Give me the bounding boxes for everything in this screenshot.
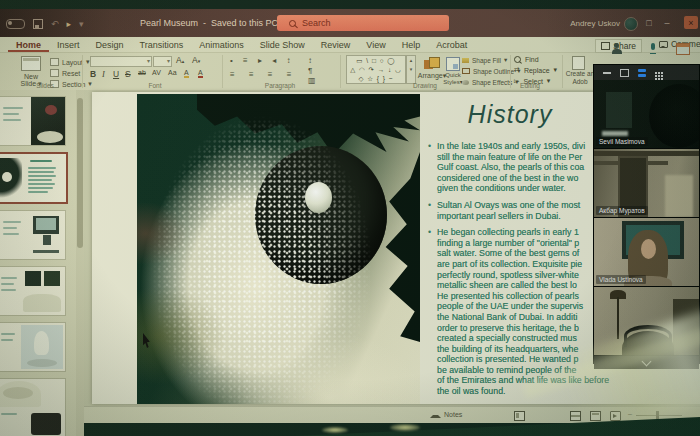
tab-acrobat[interactable]: Acrobat <box>428 37 475 52</box>
font-size-combo[interactable]: ▾ <box>153 56 172 67</box>
slide-thumbnail-5[interactable] <box>0 322 66 372</box>
text-line: Gulf coast. Also, the pearls of this coa <box>437 162 609 173</box>
participant-tile[interactable]: Sevil Masimova <box>594 80 699 149</box>
save-icon[interactable] <box>33 19 43 29</box>
bullet-item: In the late 1940s and early 1950s, divi … <box>437 141 609 194</box>
background-shape <box>606 92 632 128</box>
clear-formatting-button[interactable]: ab <box>138 69 146 76</box>
tab-animations[interactable]: Animations <box>191 37 252 52</box>
participant-tile[interactable]: Vlada Ustinova <box>594 218 699 287</box>
participant-name: Sevil Masimova <box>596 137 648 146</box>
thumbnail-scrollbar[interactable] <box>76 90 84 436</box>
headphones-band <box>624 325 672 347</box>
person-icon[interactable] <box>612 43 622 54</box>
slide-thumbnail-4[interactable] <box>0 266 66 316</box>
undo-icon[interactable]: ↶ <box>51 20 59 28</box>
zoom-slider-handle[interactable] <box>656 411 659 419</box>
document-title-text: Pearl Museum <box>140 18 198 28</box>
call-restore-icon[interactable] <box>620 69 629 77</box>
bold-button[interactable]: B <box>90 69 96 79</box>
scroll-down-icon[interactable]: ▾ <box>407 65 415 74</box>
scroll-up-icon[interactable]: ▴ <box>407 56 415 65</box>
strikethrough-button[interactable]: S <box>125 69 131 79</box>
tab-slide-show[interactable]: Slide Show <box>252 37 313 52</box>
layout-button[interactable]: Layout▾ <box>50 58 92 66</box>
search-box[interactable]: Search <box>277 15 449 31</box>
italic-button[interactable]: I <box>102 69 105 79</box>
slide-title[interactable]: History <box>420 100 600 129</box>
slideshow-icon[interactable]: ▸ <box>67 20 72 28</box>
slide-thumbnail-3[interactable] <box>0 210 66 260</box>
alignment-buttons-row[interactable]: ≡ ≡ ≡ ≡ <box>230 70 297 79</box>
window-icon[interactable] <box>676 43 690 55</box>
text-line: considered one of the best in the wo <box>437 173 609 184</box>
saved-status[interactable]: Saved to this PC <box>211 18 278 28</box>
highlight-color-button[interactable]: A <box>184 69 189 78</box>
shapes-gallery[interactable]: ▭ \ □ ○ ◯ △ ◠ ↷ → ↓ ◡ ◇ ☆ { } ~ <box>346 55 406 84</box>
participant-silhouette <box>649 84 699 148</box>
participant-tile[interactable] <box>594 287 699 356</box>
video-call-window[interactable]: Sevil Masimova Акбар Муратов Vlada Ustin… <box>593 64 700 364</box>
tab-insert[interactable]: Insert <box>49 37 88 52</box>
reading-view-icon[interactable] <box>590 411 601 421</box>
reflection-highlight <box>602 131 628 136</box>
normal-view-icon[interactable] <box>514 411 525 421</box>
shapes-row-2[interactable]: △ ◠ ↷ → ↓ ◡ <box>347 65 405 74</box>
shapes-gallery-scroll[interactable]: ▴ ▾ <box>406 55 416 84</box>
shape-fill-button[interactable]: Shape Fill▾ <box>462 56 520 64</box>
minimize-button[interactable]: – <box>660 16 674 29</box>
list-buttons-row[interactable]: • ≡ ▸ ◂ ↕ <box>230 56 294 65</box>
font-color-button[interactable]: A <box>198 69 203 78</box>
tab-help[interactable]: Help <box>394 37 429 52</box>
tab-view[interactable]: View <box>358 37 393 52</box>
call-minimize-icon[interactable] <box>603 72 611 74</box>
shape-outline-button[interactable]: Shape Outline▾ <box>462 67 520 75</box>
account-avatar[interactable] <box>624 17 638 31</box>
find-button[interactable]: Find <box>514 56 557 63</box>
scrollbar-thumb[interactable] <box>77 98 83 248</box>
character-spacing-button[interactable]: AV <box>152 69 161 76</box>
slide-body-text[interactable]: In the late 1940s and early 1950s, divi … <box>437 141 609 403</box>
font-name-combo[interactable]: ▾ <box>90 56 152 67</box>
text-line: of the Emirates and what life was like b… <box>437 375 609 386</box>
pearl-oyster-image[interactable] <box>137 94 420 404</box>
slide-thumbnail-6[interactable] <box>0 378 66 436</box>
text-line: the building of its headquarters, whe <box>437 344 609 355</box>
zoom-out-icon[interactable]: – <box>628 410 632 417</box>
slide-thumbnail-2-selected[interactable] <box>0 152 68 204</box>
search-icon <box>289 20 296 27</box>
replace-button[interactable]: ⇄Replace▾ <box>514 66 557 74</box>
video-call-footer[interactable] <box>594 356 699 369</box>
account-name[interactable]: Andrey Uskov <box>570 9 620 37</box>
zoom-slider[interactable] <box>636 415 682 416</box>
underline-button[interactable]: U <box>113 69 119 79</box>
change-case-button[interactable]: Aa <box>168 69 177 76</box>
speaker-view-icon[interactable] <box>638 69 646 77</box>
layout-icon <box>50 58 59 66</box>
tab-transitions[interactable]: Transitions <box>132 37 192 52</box>
reset-button[interactable]: Reset <box>50 69 92 77</box>
notes-button[interactable]: Notes <box>430 411 462 418</box>
autosave-toggle[interactable] <box>6 19 25 29</box>
tab-review[interactable]: Review <box>313 37 359 52</box>
qat-dropdown-icon[interactable]: ▾ <box>79 20 84 28</box>
gallery-view-icon[interactable] <box>655 72 657 74</box>
ribbon-options-icon[interactable]: □ <box>642 16 656 29</box>
microphone-icon[interactable] <box>650 43 656 54</box>
grow-font-button[interactable]: A▴ <box>176 55 184 65</box>
tab-home[interactable]: Home <box>8 37 49 52</box>
chevron-down-icon[interactable] <box>642 356 652 366</box>
slide-thumbnail-1[interactable] <box>0 96 66 146</box>
slideshow-view-icon[interactable] <box>610 411 621 421</box>
participant-tile[interactable]: Акбар Муратов <box>594 149 699 218</box>
glitter-speckles <box>137 94 420 404</box>
close-button[interactable]: × <box>684 16 698 29</box>
slide-sorter-view-icon[interactable] <box>570 411 581 421</box>
shapes-row-1[interactable]: ▭ \ □ ○ ◯ <box>347 56 405 65</box>
shape-outline-icon <box>462 68 470 74</box>
bullet-item: Sultan Al Ovays was one of the most impo… <box>437 200 609 221</box>
find-icon <box>514 56 521 63</box>
tab-design[interactable]: Design <box>88 37 132 52</box>
text-line: be available to remind people of the <box>437 365 609 376</box>
shrink-font-button[interactable]: A▾ <box>192 55 200 65</box>
